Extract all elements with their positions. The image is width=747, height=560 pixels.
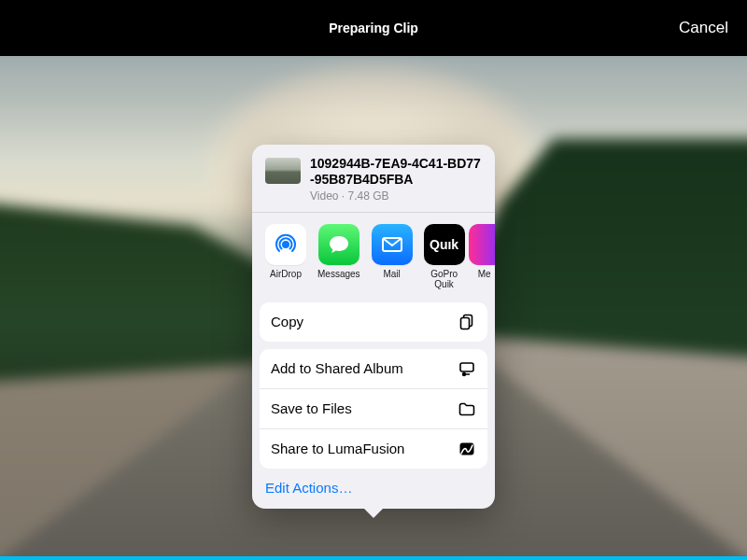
share-sheet: 1092944B-7EA9-4C41-BD77-95B87B4D5FBA Vid… xyxy=(252,145,495,509)
share-app-label: Mail xyxy=(383,269,400,289)
file-thumbnail xyxy=(265,158,301,184)
edit-actions-button[interactable]: Edit Actions… xyxy=(252,469,495,509)
action-label: Copy xyxy=(271,314,303,329)
share-app-gopro-quik[interactable]: Quık GoPro Quik xyxy=(424,224,465,289)
top-bar: Preparing Clip Cancel xyxy=(0,0,747,56)
quik-icon: Quık xyxy=(424,224,465,265)
preparing-progress-bar xyxy=(0,556,747,560)
action-label: Save to Files xyxy=(271,400,352,416)
svg-rect-4 xyxy=(460,363,473,371)
lumafusion-icon xyxy=(458,440,476,458)
cancel-button[interactable]: Cancel xyxy=(679,0,728,56)
airdrop-icon xyxy=(265,224,306,265)
messages-icon xyxy=(318,224,359,265)
share-app-messages[interactable]: Messages xyxy=(317,224,360,289)
file-meta: Video · 7.48 GB xyxy=(310,189,482,203)
action-label: Share to LumaFusion xyxy=(271,441,404,456)
actions-group-primary: Copy xyxy=(260,302,487,342)
copy-icon xyxy=(458,313,476,331)
folder-icon xyxy=(458,399,476,418)
action-label: Add to Shared Album xyxy=(271,360,403,376)
file-name: 1092944B-7EA9-4C41-BD77-95B87B4D5FBA xyxy=(310,156,482,188)
action-copy[interactable]: Copy xyxy=(260,302,487,342)
svg-rect-3 xyxy=(461,317,470,329)
share-apps-row[interactable]: AirDrop Messages Mail Quık GoPro Quik xyxy=(252,213,495,295)
action-save-to-files[interactable]: Save to Files xyxy=(260,388,487,428)
action-share-to-lumafusion[interactable]: Share to LumaFusion xyxy=(260,428,487,469)
svg-point-0 xyxy=(282,241,289,248)
share-app-label: GoPro Quik xyxy=(424,269,465,289)
share-app-label: AirDrop xyxy=(270,269,302,289)
mail-icon xyxy=(372,224,413,265)
app-icon xyxy=(469,224,495,265)
share-app-label: Messages xyxy=(317,269,360,289)
share-app-airdrop[interactable]: AirDrop xyxy=(265,224,306,289)
share-header: 1092944B-7EA9-4C41-BD77-95B87B4D5FBA Vid… xyxy=(252,145,495,212)
share-app-mail[interactable]: Mail xyxy=(372,224,413,289)
share-app-more[interactable]: Me xyxy=(476,224,493,289)
shared-album-icon xyxy=(458,359,476,378)
screen: Preparing Clip Cancel 1092944B-7EA9-4C41… xyxy=(0,0,747,560)
page-title: Preparing Clip xyxy=(329,21,418,35)
action-add-to-shared-album[interactable]: Add to Shared Album xyxy=(260,349,487,388)
share-app-label: Me xyxy=(478,269,491,289)
actions-group-secondary: Add to Shared Album Save to Files Share … xyxy=(260,349,487,469)
